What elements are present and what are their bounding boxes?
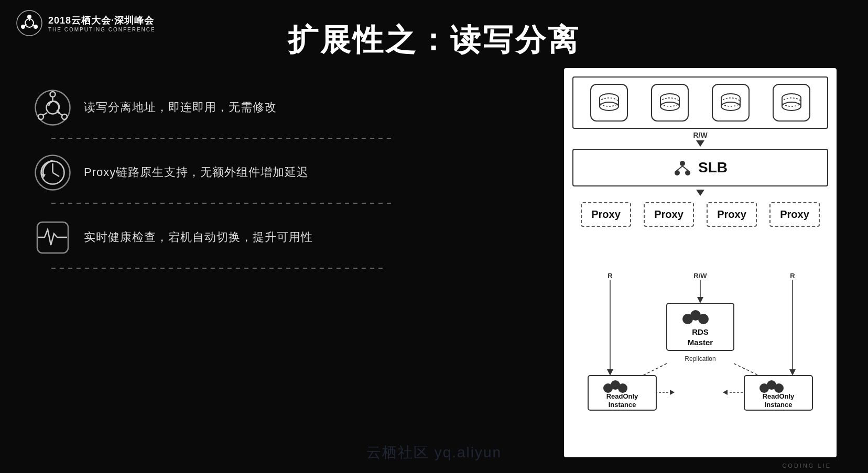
svg-line-15 (58, 113, 62, 115)
svg-point-12 (62, 114, 67, 119)
svg-point-88 (774, 383, 784, 393)
watermark: 云栖社区 yq.aliyun (366, 443, 502, 463)
slb-icon (673, 158, 692, 177)
rw-arrow-section: R/W (572, 129, 828, 149)
svg-point-82 (618, 383, 627, 393)
svg-text:R: R (607, 272, 613, 280)
db-area: R R/W R RDS Master Replication (572, 231, 828, 449)
rw-split-icon (33, 88, 72, 127)
svg-point-2 (27, 15, 31, 19)
svg-text:ReadOnly: ReadOnly (763, 392, 795, 400)
proxy-row: Proxy Proxy Proxy Proxy (572, 198, 828, 231)
svg-line-54 (682, 166, 688, 170)
svg-marker-63 (789, 369, 796, 376)
svg-text:Instance: Instance (765, 401, 793, 409)
svg-text:ReadOnly: ReadOnly (606, 392, 638, 400)
proxy-box-4: Proxy (769, 202, 820, 227)
feature-text-3: 实时健康检查，宕机自动切换，提升可用性 (84, 229, 313, 245)
svg-point-51 (675, 170, 680, 175)
proxy-chain-icon (33, 153, 72, 192)
health-icon-wrap (31, 216, 73, 258)
svg-point-50 (680, 161, 685, 166)
feature-text-2: Proxy链路原生支持，无额外组件增加延迟 (84, 164, 309, 180)
left-features: 读写分离地址，即连即用，无需修改 Proxy链路原生支持，无额外组件增加延迟 (31, 76, 419, 276)
svg-point-67 (698, 314, 709, 324)
diagram-area: R/W SLB Proxy Proxy Proxy Proxy (564, 68, 837, 457)
rw-icon-wrap (31, 86, 73, 128)
dotted-connector-1 (51, 130, 397, 146)
svg-line-21 (52, 172, 59, 177)
svg-line-53 (677, 166, 682, 170)
dotted-connector-2 (51, 195, 397, 211)
svg-text:RDS: RDS (692, 327, 709, 336)
svg-line-14 (43, 113, 47, 115)
svg-marker-78 (723, 390, 728, 395)
svg-text:Instance: Instance (609, 401, 636, 409)
feature-item-1: 读写分离地址，即连即用，无需修改 (31, 86, 419, 128)
svg-marker-60 (697, 297, 703, 303)
proxy-box-1: Proxy (581, 202, 631, 227)
db-client-icon-3 (718, 93, 743, 113)
svg-line-71 (641, 364, 667, 377)
to-proxy-arrow (572, 186, 828, 198)
svg-text:R: R (790, 272, 795, 280)
arrow-down-2 (696, 190, 704, 196)
proxy-box-3: Proxy (707, 202, 757, 227)
feature-text-1: 读写分离地址，即连即用，无需修改 (84, 100, 277, 115)
dotted-connector-3 (51, 260, 397, 276)
proxy-box-2: Proxy (644, 202, 694, 227)
svg-marker-16 (55, 110, 60, 113)
db-layout-svg: R R/W R RDS Master Replication (572, 231, 828, 449)
svg-point-10 (50, 92, 55, 97)
svg-text:Replication: Replication (685, 355, 715, 362)
health-check-icon (33, 218, 72, 257)
client-box-1 (590, 84, 628, 122)
svg-line-73 (734, 364, 761, 377)
arrow-down-1 (696, 140, 704, 147)
coding-lie-label: CODING LIE (782, 463, 831, 469)
db-client-icon-1 (596, 93, 622, 113)
svg-marker-57 (607, 369, 613, 376)
feature-item-3: 实时健康检查，宕机自动切换，提升可用性 (31, 216, 419, 258)
main-title: 扩展性之：读写分离 (0, 20, 868, 61)
client-box-3 (712, 84, 750, 122)
svg-text:R/W: R/W (693, 272, 707, 280)
client-row (572, 76, 828, 129)
db-client-icon-2 (657, 93, 682, 113)
slb-label: SLB (698, 159, 728, 176)
svg-point-52 (685, 170, 690, 175)
slb-box: SLB (572, 149, 828, 186)
svg-text:Master: Master (688, 338, 713, 347)
feature-item-2: Proxy链路原生支持，无额外组件增加延迟 (31, 151, 419, 193)
rw-label: R/W (693, 131, 707, 139)
db-client-icon-4 (779, 93, 804, 113)
svg-marker-76 (670, 390, 675, 395)
client-box-4 (773, 84, 810, 122)
svg-point-11 (38, 114, 44, 119)
client-box-2 (651, 84, 689, 122)
proxy-icon-wrap (31, 151, 73, 193)
